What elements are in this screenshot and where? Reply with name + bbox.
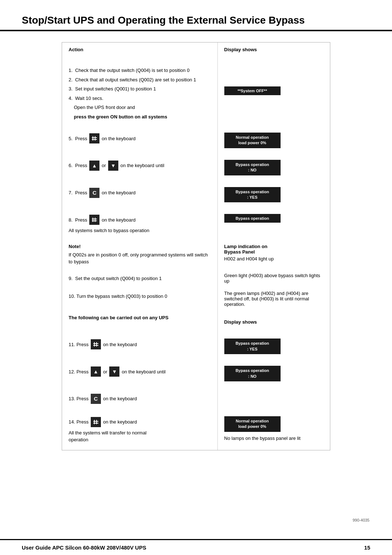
step-8-row: 8. Press on the keyboard <box>69 215 211 225</box>
hash-icon-11 <box>91 339 101 349</box>
row-6: 6. Press ▲ or ▼ on the keyboard until By… <box>62 154 330 181</box>
instruction-table: Action Display shows 1. Check that the o… <box>62 42 330 450</box>
normal-op-box: Normal operation load power 0% <box>224 133 281 148</box>
action-step-12: 12. Press ▲ or ▼ on the keyboard until <box>62 360 217 387</box>
step-13-num: 13. Press <box>69 396 89 401</box>
step-5-post: on the keyboard <box>102 136 135 141</box>
action-step-10: 10. Turn the bypass switch (Q003) to pos… <box>62 288 217 311</box>
arrow-up-icon-6: ▲ <box>89 161 99 171</box>
step-8-num: 8. Press <box>69 217 87 223</box>
row-13: 13. Press C on the keyboard <box>62 387 330 410</box>
row-10: 10. Turn the bypass switch (Q003) to pos… <box>62 288 330 311</box>
display-bypass-op: Bypass operation <box>217 208 330 241</box>
display-bypass-yes: Bypass operation : YES <box>217 181 330 208</box>
display-bypass-yes-2: Bypass operation : YES <box>217 333 330 360</box>
green-light-text: Green light (H003) above bypass switch l… <box>224 273 323 284</box>
display-header-cell: Display shows <box>217 42 330 60</box>
display-green-lamps: The green lamps (H002) and (H004) are sw… <box>217 288 330 311</box>
step-6-or: or <box>102 163 106 168</box>
row-7: 7. Press C on the keyboard Bypass operat… <box>62 181 330 208</box>
display-green-light: Green light (H003) above bypass switch l… <box>217 271 330 289</box>
row-9: 9. Set the output switch (Q004) to posit… <box>62 271 330 289</box>
page-wrapper: Stop/Start UPS and Operating the Externa… <box>0 0 392 555</box>
action-note: Note! If Q002s are in position 0 off, on… <box>62 241 217 271</box>
step-11-num: 11. Press <box>69 342 89 347</box>
action-following: The following can be carried out on any … <box>62 311 217 333</box>
action-col-header: Action <box>69 47 211 52</box>
row-14: 14. Press on the keyboard <box>62 410 330 450</box>
footer-guide-title: User Guide APC Silcon 60-80kW 208V/480V … <box>22 544 146 551</box>
step-7-num: 7. Press <box>69 190 87 195</box>
page-title: Stop/Start UPS and Operating the Externa… <box>22 15 370 26</box>
display-normal-op: Normal operation load power 0% <box>217 127 330 154</box>
page-footer: User Guide APC Silcon 60-80kW 208V/480V … <box>0 539 392 555</box>
action-step-7: 7. Press C on the keyboard <box>62 181 217 208</box>
step-8b: All systems switch to bypass operation <box>69 227 211 234</box>
display-bypass-no-2: Bypass operation : NO <box>217 360 330 387</box>
step-5-num: 5. Press <box>69 136 87 141</box>
step-8-post: on the keyboard <box>102 217 135 223</box>
row-8: 8. Press on the keyboard <box>62 208 330 241</box>
display-shows-2-header: Display shows <box>224 316 323 325</box>
step-6-row: 6. Press ▲ or ▼ on the keyboard until <box>69 161 211 171</box>
step-12-or: or <box>103 369 107 374</box>
step-11-row: 11. Press on the keyboard <box>69 339 211 349</box>
step-12-post: on the keyboard until <box>122 369 166 374</box>
step-4c: press the green ON button on all systems <box>69 113 211 121</box>
lamp-label: Lamp indication onBypass Panel <box>224 244 323 255</box>
row-11: 11. Press on the keyboard <box>62 333 330 360</box>
bypass-op-box: Bypass operation <box>224 214 281 223</box>
row-following: The following can be carried out on any … <box>62 311 330 333</box>
step-7-row: 7. Press C on the keyboard <box>69 188 211 198</box>
system-off-box: **System OFF** <box>224 86 281 95</box>
c-icon-7: C <box>89 188 99 198</box>
step-4b: Open the UPS front door and <box>69 104 211 111</box>
step-10: 10. Turn the bypass switch (Q003) to pos… <box>69 293 211 300</box>
row-1-4: 1. Check that the output switch (Q004) i… <box>62 60 330 127</box>
normal-op-2-box: Normal operation load power 0% <box>224 416 281 432</box>
step-13-row: 13. Press C on the keyboard <box>69 394 211 404</box>
step-5-row: 5. Press on the keyboard <box>69 133 211 143</box>
action-step-14: 14. Press on the keyboard <box>62 410 217 450</box>
step-14-row: 14. Press on the keyboard <box>69 417 211 427</box>
action-step-8: 8. Press on the keyboard <box>62 208 217 241</box>
step-3: 3. Set input switches (Q001) to position… <box>69 85 211 93</box>
display-lamp: Lamp indication onBypass Panel H002 and … <box>217 241 330 271</box>
step-12-num: 12. Press <box>69 369 89 374</box>
hash-icon-14 <box>91 417 101 427</box>
action-step-13: 13. Press C on the keyboard <box>62 387 217 410</box>
action-step-6: 6. Press ▲ or ▼ on the keyboard until <box>62 154 217 181</box>
action-step-5: 5. Press on the keyboard <box>62 127 217 154</box>
green-lamps-text: The green lamps (H002) and (H004) are sw… <box>224 291 323 307</box>
bypass-no-box: Bypass operation : NO <box>224 160 281 175</box>
footer-page-number: 15 <box>364 544 370 551</box>
hash-icon-8 <box>89 215 99 225</box>
step-14-post: on the keyboard <box>103 419 137 425</box>
table-inner: Action Display shows 1. Check that the o… <box>62 42 330 450</box>
step-11-post: on the keyboard <box>103 342 137 347</box>
display-empty-13 <box>217 387 330 410</box>
arrow-down-icon-6: ▼ <box>108 161 118 171</box>
h002-h004-text: H002 and H004 light up <box>224 256 323 262</box>
display-bypass-no: Bypass operation : NO <box>217 154 330 181</box>
note-text: If Q002s are in position 0 off, only pro… <box>69 251 211 266</box>
step-14-num: 14. Press <box>69 419 89 425</box>
display-system-off: **System OFF** <box>217 60 330 127</box>
step-4a: 4. Wait 10 secs. <box>69 95 211 102</box>
step-6-post: on the keyboard until <box>121 163 164 168</box>
display-normal-op-2: Normal operation load power 0% No lamps … <box>217 410 330 450</box>
row-12: 12. Press ▲ or ▼ on the keyboard until B… <box>62 360 330 387</box>
main-content: Action Display shows 1. Check that the o… <box>0 42 392 528</box>
no-lamps-text: No lamps on the bypass panel are lit <box>224 436 323 441</box>
row-note: Note! If Q002s are in position 0 off, on… <box>62 241 330 271</box>
doc-number: 990-4035 <box>353 518 370 522</box>
step-9: 9. Set the output switch (Q004) to posit… <box>69 275 211 282</box>
bypass-yes-2-box: Bypass operation : YES <box>224 339 281 354</box>
action-header-cell: Action <box>62 42 217 60</box>
bypass-yes-box: Bypass operation : YES <box>224 187 281 203</box>
row-5: 5. Press on the keyboard <box>62 127 330 154</box>
arrow-down-icon-12: ▼ <box>109 366 119 377</box>
step-2: 2. Check that all output switches (Q002)… <box>69 76 211 84</box>
step-13-post: on the keyboard <box>103 396 137 401</box>
bypass-no-2-box: Bypass operation : NO <box>224 366 281 381</box>
